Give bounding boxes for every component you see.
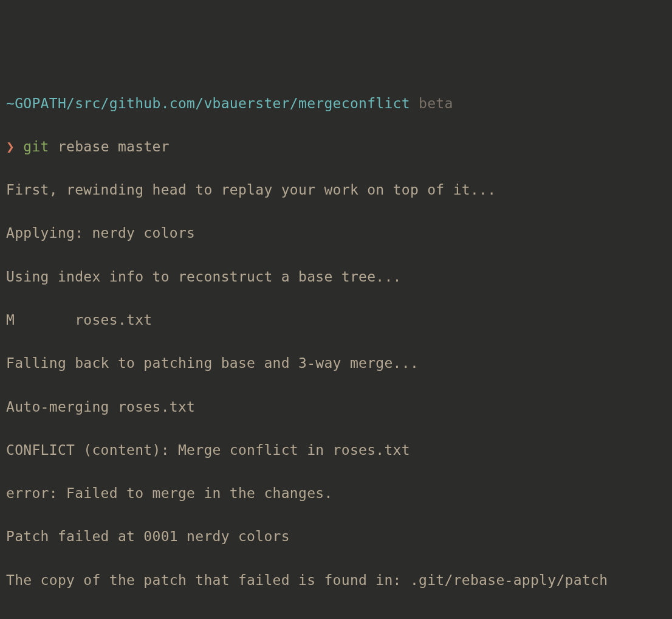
command-line-1[interactable]: ❯ git rebase master — [6, 136, 666, 158]
output-line: CONFLICT (content): Merge conflict in ro… — [6, 440, 666, 462]
prompt-line-1: ~GOPATH/src/github.com/vbauerster/mergec… — [6, 93, 666, 115]
git-args: rebase master — [58, 139, 170, 154]
output-line: First, rewinding head to replay your wor… — [6, 179, 666, 201]
output-line: M roses.txt — [6, 310, 666, 331]
branch-indicator: beta — [419, 95, 453, 111]
output-line: Using index info to reconstruct a base t… — [6, 266, 666, 288]
cwd-path: ~GOPATH/src/github.com/vbauerster/mergec… — [6, 95, 410, 111]
output-line: Auto-merging roses.txt — [6, 396, 666, 418]
output-line: Applying: nerdy colors — [6, 223, 666, 244]
git-command: git — [23, 139, 49, 154]
output-line: error: Failed to merge in the changes. — [6, 483, 666, 505]
prompt-symbol-icon: ❯ — [6, 139, 15, 154]
output-line: Patch failed at 0001 nerdy colors — [6, 526, 666, 548]
output-line: The copy of the patch that failed is fou… — [6, 570, 666, 592]
output-line: Falling back to patching base and 3-way … — [6, 353, 666, 375]
